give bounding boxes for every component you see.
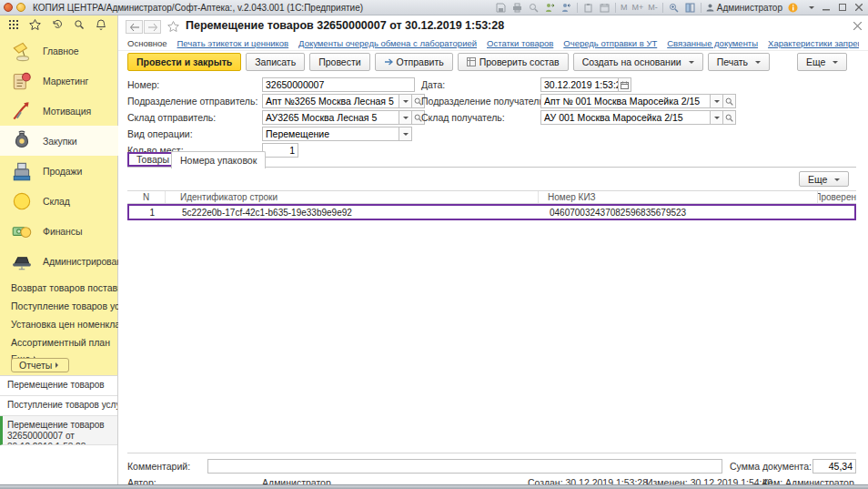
open-window-item[interactable]: Перемещение товаров <box>0 376 117 396</box>
favorites-icon[interactable] <box>29 19 41 31</box>
table-more-label: Еще <box>808 174 827 185</box>
tab-package-numbers[interactable]: Номера упаковок <box>171 151 266 168</box>
department-from-choose-button[interactable] <box>399 94 412 108</box>
memory-button[interactable]: М <box>621 3 628 12</box>
warehouse-to-open-button[interactable] <box>723 110 736 125</box>
warehouse-to-label: Склад получатель: <box>421 112 505 123</box>
send-arrow-icon <box>384 57 393 66</box>
reports-button[interactable]: Отчеты <box>11 358 69 372</box>
tab-goods-remainders[interactable]: Остатки товаров <box>487 38 553 48</box>
department-to-choose-button[interactable] <box>711 94 723 108</box>
warehouse-from-label: Склад отправитель: <box>127 112 216 123</box>
date-calendar-button[interactable] <box>619 77 631 92</box>
post-label: Провести <box>318 56 360 67</box>
table-row-selected[interactable]: 1 5c222e0b-17cf-42c1-b635-19e33b9e9e92 0… <box>127 204 856 220</box>
department-to-field[interactable]: Апт № 001 Москва Маросейка 2/15 <box>540 94 711 108</box>
warehouse-to-choose-button[interactable] <box>711 110 723 125</box>
sidebar-command-assortment-plan[interactable]: Ассортиментный план <box>11 337 110 348</box>
maximize-button[interactable] <box>836 3 848 13</box>
send-document-icon[interactable] <box>544 2 556 14</box>
minimize-button[interactable] <box>820 3 832 13</box>
check-contents-button[interactable]: Проверить состав <box>458 53 569 71</box>
memory-minus-button[interactable]: М- <box>648 3 658 12</box>
column-header-row-id[interactable]: Идентификатор строки <box>166 191 539 203</box>
table-more-button[interactable]: Еще <box>799 171 849 187</box>
open-window-item-active[interactable]: Перемещение товаров 32650000007 от 30.12… <box>0 416 117 445</box>
clipboard-icon[interactable] <box>582 2 594 14</box>
split-window-icon[interactable] <box>684 2 696 14</box>
info-icon[interactable] <box>787 2 799 14</box>
zoom-icon[interactable] <box>668 2 680 14</box>
marketing-icon <box>10 69 34 93</box>
forward-button[interactable] <box>144 20 161 34</box>
chevron-down-icon[interactable] <box>803 2 815 14</box>
menu-grid-icon[interactable] <box>7 19 19 31</box>
check-list-icon <box>467 57 476 66</box>
favorite-star-icon[interactable] <box>167 21 179 32</box>
tab-forbidden-characteristics[interactable]: Характеристики запрещенные к списанию <box>768 38 859 48</box>
tab-related-documents[interactable]: Связанные документы <box>667 38 758 48</box>
close-window-button[interactable] <box>853 3 864 13</box>
write-button[interactable]: Записать <box>246 53 305 71</box>
chevron-down-icon <box>403 100 409 106</box>
operation-type-choose-button[interactable] <box>399 127 412 141</box>
document-toolbar: Провести и закрыть Записать Провести Отп… <box>127 53 770 71</box>
tab-ut-send-queue[interactable]: Очередь отправки в УТ <box>563 38 657 48</box>
column-header-kiz[interactable]: Номер КИЗ <box>539 191 818 203</box>
document-sum-field[interactable]: 45,34 <box>812 459 856 474</box>
current-user[interactable]: Администратор <box>706 3 782 13</box>
create-based-on-label: Создать на основании <box>582 56 681 67</box>
close-document-icon[interactable] <box>852 20 863 32</box>
column-header-checked[interactable]: Проверен <box>818 191 856 203</box>
print-preview-icon[interactable] <box>528 2 540 14</box>
sidebar-item-label: Мотивация <box>43 106 91 117</box>
comment-field[interactable] <box>207 459 722 474</box>
warehouse-from-choose-button[interactable] <box>399 110 412 125</box>
tab-goods-label: Товары <box>136 154 169 165</box>
chevron-right-icon <box>56 362 61 368</box>
save-icon[interactable] <box>495 2 507 14</box>
app-secondary-icon <box>16 3 25 12</box>
calendar-icon[interactable] <box>599 2 611 14</box>
operation-type-field[interactable]: Перемещение <box>262 127 399 141</box>
create-based-on-button[interactable]: Создать на основании <box>573 53 703 71</box>
page-title: Перемещение товаров 32650000007 от 30.12… <box>186 19 504 32</box>
tab-print-labels[interactable]: Печать этикеток и ценников <box>177 38 289 48</box>
receive-document-icon[interactable] <box>560 2 572 14</box>
notifications-icon[interactable] <box>95 19 106 31</box>
department-to-open-button[interactable] <box>723 94 736 108</box>
memory-plus-button[interactable]: М+ <box>632 3 644 12</box>
sidebar-command-goods-receipt[interactable]: Поступление товаров услуг <box>11 301 133 311</box>
tab-lab-exchange-queue[interactable]: Документы очередь обмена с лабораторией <box>298 38 477 48</box>
date-field[interactable]: 30.12.2019 1:53:28 <box>540 77 619 92</box>
back-button[interactable] <box>126 20 143 34</box>
sidebar-item-administration[interactable]: Администрирование <box>0 246 118 276</box>
sidebar-item-motivation[interactable]: Мотивация <box>0 96 118 126</box>
titlebar-separator <box>615 3 616 13</box>
column-header-n[interactable]: N <box>127 191 166 203</box>
history-icon[interactable] <box>51 19 63 31</box>
print-icon[interactable] <box>511 2 523 14</box>
send-button[interactable]: Отправить <box>375 53 453 71</box>
sidebar: Главное Маркетинг Мотивация Закупки Прод… <box>0 15 118 375</box>
sidebar-item-label: Маркетинг <box>43 76 88 87</box>
search-icon[interactable] <box>73 19 85 31</box>
form-more-button[interactable]: Еще <box>797 53 847 71</box>
post-and-close-button[interactable]: Провести и закрыть <box>127 53 241 71</box>
sidebar-item-sales[interactable]: Продажи <box>0 156 118 186</box>
chevron-down-icon <box>403 117 409 122</box>
sidebar-item-main[interactable]: Главное <box>0 36 118 66</box>
document-sum-label: Сумма документа: <box>730 461 812 472</box>
sidebar-item-purchases[interactable]: Закупки <box>0 126 118 156</box>
number-field[interactable]: 32650000007 <box>262 77 415 92</box>
warehouse-to-field[interactable]: АУ 001 Москва Маросейка 2/15 <box>540 110 711 125</box>
warehouse-from-field[interactable]: АУ3265 Москва Лесная 5 <box>262 110 399 125</box>
department-from-field[interactable]: Апт №3265 Москва Лесная 5 <box>262 94 399 108</box>
print-button[interactable]: Печать <box>708 53 770 71</box>
open-window-item[interactable]: Поступление товаров услуг <box>0 396 117 416</box>
sidebar-item-finance[interactable]: Финансы <box>0 216 118 246</box>
post-button[interactable]: Провести <box>309 53 369 71</box>
sidebar-item-warehouse[interactable]: Склад <box>0 186 118 216</box>
tab-main[interactable]: Основное <box>127 38 167 48</box>
sidebar-item-marketing[interactable]: Маркетинг <box>0 66 118 96</box>
